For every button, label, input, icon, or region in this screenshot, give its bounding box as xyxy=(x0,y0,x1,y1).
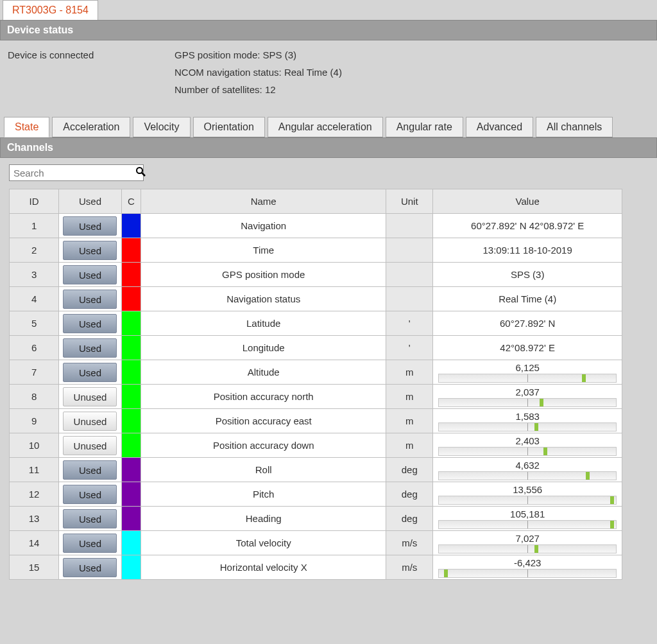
cell-used[interactable]: Unused xyxy=(59,409,122,433)
used-badge[interactable]: Used xyxy=(63,290,117,309)
col-header-name[interactable]: Name xyxy=(141,189,386,214)
col-header-value[interactable]: Value xyxy=(433,189,622,214)
table-row[interactable]: 7UsedAltitudem6,125 xyxy=(10,360,622,385)
used-badge[interactable]: Used xyxy=(63,241,117,260)
unused-badge[interactable]: Unused xyxy=(63,387,117,406)
cell-used[interactable]: Used xyxy=(59,238,122,263)
search-box[interactable] xyxy=(9,164,144,181)
cell-id: 8 xyxy=(10,385,59,409)
table-row[interactable]: 14UsedTotal velocitym/s7,027 xyxy=(10,531,622,555)
table-row[interactable]: 6UsedLongitude'42°08.972' E xyxy=(10,336,622,360)
cell-used[interactable]: Unused xyxy=(59,385,122,409)
cell-used[interactable]: Used xyxy=(59,263,122,287)
device-tab[interactable]: RT3003G - 8154 xyxy=(3,0,98,20)
color-swatch xyxy=(122,482,141,506)
table-row[interactable]: 1UsedNavigation60°27.892' N 42°08.972' E xyxy=(10,214,622,238)
unused-badge[interactable]: Unused xyxy=(63,436,117,455)
value-bar xyxy=(438,374,617,383)
cell-used[interactable]: Used xyxy=(59,287,122,311)
table-row[interactable]: 15UsedHorizontal velocity Xm/s-6,423 xyxy=(10,555,622,580)
cell-used[interactable]: Used xyxy=(59,531,122,555)
cell-color[interactable] xyxy=(121,263,141,287)
cell-id: 9 xyxy=(10,409,59,433)
cell-name: Navigation xyxy=(141,214,386,238)
table-row[interactable]: 5UsedLatitude'60°27.892' N xyxy=(10,311,622,336)
cell-value: 42°08.972' E xyxy=(433,336,622,360)
unused-badge[interactable]: Unused xyxy=(63,412,117,431)
cell-value: 6,125 xyxy=(433,360,622,385)
table-row[interactable]: 8UnusedPosition accuracy northm2,037 xyxy=(10,385,622,409)
cell-color[interactable] xyxy=(121,385,141,409)
used-badge[interactable]: Used xyxy=(63,216,117,236)
table-row[interactable]: 3UsedGPS position modeSPS (3) xyxy=(10,263,622,287)
tab-all-channels[interactable]: All channels xyxy=(536,117,613,137)
color-swatch xyxy=(122,238,141,262)
cell-name: Total velocity xyxy=(141,531,386,555)
used-badge[interactable]: Used xyxy=(63,558,117,577)
tab-angular-rate[interactable]: Angular rate xyxy=(386,117,463,137)
cell-color[interactable] xyxy=(121,336,141,360)
cell-color[interactable] xyxy=(121,507,141,531)
used-badge[interactable]: Used xyxy=(63,338,117,358)
tab-velocity[interactable]: Velocity xyxy=(133,117,190,137)
tab-advanced[interactable]: Advanced xyxy=(466,117,533,137)
cell-used[interactable]: Used xyxy=(59,336,122,360)
col-header-id[interactable]: ID xyxy=(10,189,59,214)
cell-used[interactable]: Used xyxy=(59,555,122,580)
color-swatch xyxy=(122,385,141,408)
cell-color[interactable] xyxy=(121,458,141,482)
search-icon[interactable] xyxy=(135,166,146,179)
cell-color[interactable] xyxy=(121,409,141,433)
search-input[interactable] xyxy=(13,168,135,178)
used-badge[interactable]: Used xyxy=(63,265,117,284)
cell-color[interactable] xyxy=(121,555,141,580)
cell-color[interactable] xyxy=(121,238,141,263)
table-row[interactable]: 11UsedRolldeg4,632 xyxy=(10,458,622,482)
device-status-body: Device is connected GPS position mode: S… xyxy=(0,40,657,117)
cell-used[interactable]: Used xyxy=(59,311,122,336)
color-swatch xyxy=(122,433,141,457)
cell-color[interactable] xyxy=(121,531,141,555)
tab-orientation[interactable]: Orientation xyxy=(193,117,265,137)
tab-state[interactable]: State xyxy=(4,117,49,137)
col-header-unit[interactable]: Unit xyxy=(386,189,433,214)
table-row[interactable]: 4UsedNavigation statusReal Time (4) xyxy=(10,287,622,311)
cell-color[interactable] xyxy=(121,360,141,385)
col-header-used[interactable]: Used xyxy=(59,189,122,214)
cell-color[interactable] xyxy=(121,482,141,507)
used-badge[interactable]: Used xyxy=(63,314,117,333)
cell-used[interactable]: Used xyxy=(59,482,122,507)
table-row[interactable]: 12UsedPitchdeg13,556 xyxy=(10,482,622,507)
used-badge[interactable]: Used xyxy=(63,363,117,382)
ncom-nav-status: NCOM navigation status: Real Time (4) xyxy=(175,67,649,78)
table-row[interactable]: 13UsedHeadingdeg105,181 xyxy=(10,507,622,531)
used-badge[interactable]: Used xyxy=(63,534,117,553)
used-badge[interactable]: Used xyxy=(63,509,117,528)
cell-color[interactable] xyxy=(121,433,141,458)
cell-used[interactable]: Used xyxy=(59,360,122,385)
cell-color[interactable] xyxy=(121,214,141,238)
value-text: 6,125 xyxy=(437,361,618,374)
cell-used[interactable]: Used xyxy=(59,458,122,482)
cell-color[interactable] xyxy=(121,287,141,311)
used-badge[interactable]: Used xyxy=(63,460,117,480)
cell-color[interactable] xyxy=(121,311,141,336)
cell-unit xyxy=(386,263,433,287)
used-badge[interactable]: Used xyxy=(63,485,117,504)
cell-used[interactable]: Unused xyxy=(59,433,122,458)
value-text: -6,423 xyxy=(437,557,618,569)
tab-angular-acceleration[interactable]: Angular acceleration xyxy=(268,117,383,137)
cell-name: GPS position mode xyxy=(141,263,386,287)
table-row[interactable]: 9UnusedPosition accuracy eastm1,583 xyxy=(10,409,622,433)
cell-unit: m xyxy=(386,433,433,458)
cell-used[interactable]: Used xyxy=(59,507,122,531)
tab-acceleration[interactable]: Acceleration xyxy=(52,117,130,137)
cell-unit xyxy=(386,238,433,263)
table-row[interactable]: 10UnusedPosition accuracy downm2,403 xyxy=(10,433,622,458)
channels-header: Channels xyxy=(0,137,657,158)
cell-used[interactable]: Used xyxy=(59,214,122,238)
table-row[interactable]: 2UsedTime13:09:11 18-10-2019 xyxy=(10,238,622,263)
col-header-color[interactable]: C xyxy=(121,189,141,214)
color-swatch xyxy=(122,458,141,482)
cell-id: 12 xyxy=(10,482,59,507)
